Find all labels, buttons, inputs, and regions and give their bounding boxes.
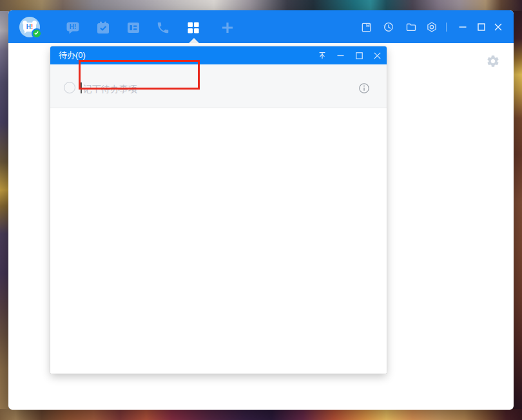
- maximize-icon[interactable]: [475, 21, 488, 33]
- todo-input-row: [50, 64, 387, 108]
- close-icon[interactable]: [492, 21, 505, 33]
- apps-grid-icon[interactable]: [184, 19, 202, 37]
- check-icon: [34, 31, 39, 35]
- popup-minimize-icon[interactable]: [334, 49, 346, 62]
- wallpaper-left: [0, 11, 9, 409]
- todo-popup-header[interactable]: 待办(0): [50, 46, 387, 64]
- todo-list-empty-area: [50, 108, 387, 374]
- toolbar-divider: [446, 23, 447, 32]
- add-plus-icon[interactable]: [218, 19, 237, 37]
- online-status-badge: [32, 28, 42, 39]
- todo-popup-title: 待办(0): [59, 46, 86, 64]
- svg-text:H!: H!: [70, 23, 77, 30]
- desktop: H! H!: [0, 0, 522, 420]
- phone-icon[interactable]: [154, 19, 172, 37]
- pin-top-icon[interactable]: [316, 49, 328, 62]
- chat-icon[interactable]: H!: [64, 19, 82, 37]
- avatar[interactable]: H!: [19, 17, 40, 37]
- settings-icon[interactable]: [425, 21, 438, 33]
- info-icon[interactable]: [358, 82, 370, 94]
- folder-icon[interactable]: [405, 21, 418, 33]
- minimize-icon[interactable]: [456, 21, 469, 33]
- wallpaper-top: [0, 0, 522, 11]
- news-icon[interactable]: [124, 19, 142, 37]
- popup-anchor-caret: [189, 38, 199, 43]
- calendar-icon[interactable]: [94, 19, 112, 37]
- bubble-tail: [24, 31, 28, 33]
- popup-close-icon[interactable]: [371, 49, 383, 62]
- wallpaper-right: [513, 11, 522, 409]
- history-icon[interactable]: [382, 21, 395, 33]
- popup-maximize-icon[interactable]: [353, 49, 365, 62]
- empty-circle-checkbox[interactable]: [64, 82, 75, 93]
- app-titlebar: H! H!: [8, 10, 514, 43]
- wallpaper-bottom: [0, 409, 522, 420]
- gear-icon[interactable]: [486, 54, 500, 68]
- favorites-icon[interactable]: [360, 21, 372, 33]
- todo-popup: 待办(0): [50, 46, 387, 374]
- todo-input[interactable]: [82, 80, 197, 98]
